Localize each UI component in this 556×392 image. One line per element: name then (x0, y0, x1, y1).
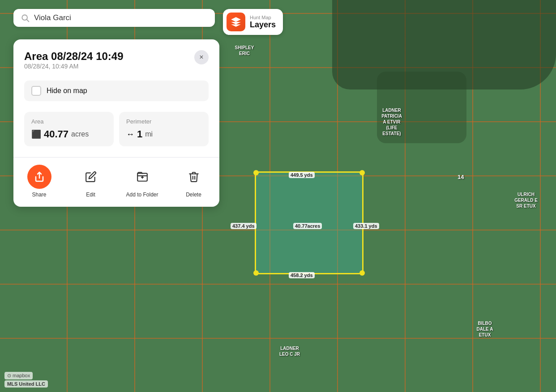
perimeter-value: 1 (137, 128, 142, 140)
left-measure-label: 437.4 yds (231, 223, 257, 229)
share-button[interactable]: Share (13, 165, 65, 198)
add-to-folder-icon-circle (130, 165, 154, 189)
edit-button[interactable]: Edit (65, 165, 116, 198)
mapbox-logo: ⊙ mapbox (7, 373, 30, 379)
add-to-folder-button[interactable]: Add to Folder (116, 165, 168, 198)
close-button[interactable]: × (194, 50, 209, 64)
delete-icon (188, 171, 200, 183)
ladner-patricia-label: LADNERPATRICIAA ETVIR(LIFEESTATE) (372, 107, 412, 136)
layers-icon (227, 13, 245, 31)
delete-button[interactable]: Delete (168, 165, 219, 198)
hide-on-map-checkbox[interactable] (31, 86, 41, 96)
layers-subtitle: Hunt Map (250, 15, 276, 20)
bottom-measure-label: 458.2 yds (289, 272, 315, 278)
search-icon (21, 13, 30, 22)
hide-on-map-label: Hide on map (47, 87, 87, 95)
perimeter-stat: Perimeter ↔ 1 mi (119, 112, 209, 146)
edit-icon-circle (79, 165, 103, 189)
share-icon (34, 171, 45, 182)
search-bar[interactable] (13, 9, 215, 27)
ulrich-gerald-label: ULRICHGERALD ESR ETUX (506, 192, 546, 209)
panel-subtitle: 08/28/24, 10:49 AM (24, 63, 124, 70)
ladner-leo-label: LADNERLEO C JR (272, 345, 308, 357)
delete-label: Delete (186, 192, 201, 198)
action-bar: Share Edit Add (13, 157, 219, 207)
map-number-14: 14 (458, 174, 464, 180)
bilbo-dale-label: BILBODALE AETUX (469, 320, 500, 338)
search-input[interactable] (34, 13, 208, 22)
svg-line-1 (27, 20, 29, 22)
edit-label: Edit (86, 192, 95, 198)
stats-row: Area ⬛ 40.77 acres Perimeter ↔ 1 mi (24, 112, 209, 146)
area-panel: Area 08/28/24 10:49 08/28/24, 10:49 AM ×… (13, 39, 219, 207)
shipley-eric-label: SHIPLEYERIC (231, 45, 258, 56)
add-to-folder-label: Add to Folder (126, 192, 158, 198)
hide-on-map-row[interactable]: Hide on map (24, 81, 209, 101)
edit-icon (85, 171, 97, 183)
center-measure-label: 40.77acres (293, 223, 322, 229)
area-stat: Area ⬛ 40.77 acres (24, 112, 114, 146)
area-unit: acres (71, 130, 89, 138)
perimeter-unit: mi (145, 130, 153, 138)
area-icon: ⬛ (31, 129, 41, 139)
top-measure-label: 449.5 yds (289, 172, 315, 178)
perimeter-icon: ↔ (126, 130, 134, 139)
perimeter-label: Perimeter (126, 118, 201, 125)
panel-title: Area 08/28/24 10:49 (24, 50, 124, 63)
mapbox-attribution: MLS United LLC (4, 380, 48, 388)
area-value: 40.77 (44, 128, 68, 140)
share-icon-circle (27, 165, 51, 189)
area-label: Area (31, 118, 107, 125)
layers-button[interactable]: Hunt Map Layers (223, 9, 283, 35)
layers-title: Layers (250, 20, 276, 30)
add-to-folder-icon (137, 171, 148, 183)
share-label: Share (32, 192, 46, 198)
right-measure-label: 433.1 yds (353, 223, 379, 229)
delete-icon-circle (182, 165, 206, 189)
